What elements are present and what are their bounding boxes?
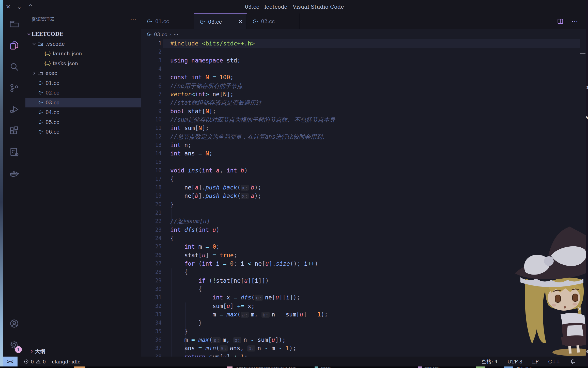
code-line: int ans = N; [170, 149, 580, 158]
tree-item-launch-json[interactable]: {…}launch.json [25, 49, 141, 59]
tab-03-cc[interactable]: 03.cc✕ [194, 13, 247, 29]
line-number: 3 [141, 56, 162, 65]
code-editor[interactable]: 1234567891011121314151617181920212223242… [141, 39, 586, 357]
activity-cpp-tools-icon[interactable] [3, 141, 25, 163]
tree-item-04-cc[interactable]: 04.cc [25, 107, 141, 117]
code-line: #include <bits/stdc++.h> [170, 39, 580, 48]
code-line: bool stat[N]; [170, 107, 580, 116]
activity-account-icon[interactable] [3, 313, 25, 334]
desktop-wallpaper-sliver [0, 0, 3, 368]
code-line [170, 65, 580, 73]
clangd-status[interactable]: clangd: idle [52, 359, 81, 364]
bell-icon[interactable] [570, 359, 576, 365]
tree-item-LEETCODE[interactable]: LEETCODE [25, 29, 141, 39]
tree-item--vscode[interactable]: .vscode [25, 39, 141, 49]
code-line: //stat数组储存该点是否被遍历过 [170, 99, 580, 107]
tree-item-exec[interactable]: exec [25, 68, 141, 78]
background-window-sliver: nae [586, 0, 588, 368]
window-title: 03.cc - leetcode - Visual Studio Code [3, 0, 586, 13]
line-number: 17 [141, 175, 162, 183]
tree-item-tasks-json[interactable]: {…}tasks.json [25, 59, 141, 69]
status-item-0[interactable]: 空格: 4 [482, 358, 498, 365]
line-number: 2 [141, 48, 162, 56]
tab-02-cc[interactable]: 02.cc [247, 13, 300, 29]
line-number: 31 [141, 293, 162, 302]
json-icon: {…} [44, 60, 51, 67]
line-number: 33 [141, 310, 162, 319]
code-line: const int N = 100; [170, 73, 580, 82]
cpp-icon [37, 100, 44, 106]
line-number: 12 [141, 133, 162, 141]
activity-folder-icon[interactable] [3, 13, 25, 35]
line-number: 24 [141, 234, 162, 243]
settings-badge: 1 [15, 346, 22, 353]
status-item-1[interactable]: UTF-8 [507, 359, 522, 364]
cpp-icon [37, 119, 44, 125]
activity-source-control-icon[interactable] [3, 77, 25, 99]
tree-item-05-cc[interactable]: 05.cc [25, 117, 141, 127]
code-line: int n; [170, 141, 580, 149]
activity-settings-icon[interactable]: 1 [3, 334, 25, 356]
tab-01-cc[interactable]: 01.cc [141, 13, 194, 29]
code-line: using namespace std; [170, 56, 580, 65]
tree-item-02-cc[interactable]: 02.cc [25, 88, 141, 98]
tab-close-icon[interactable]: ✕ [238, 19, 243, 25]
code-line [170, 209, 580, 217]
chevron-down-icon [32, 42, 37, 46]
code-line: void ins(int a, int b) [170, 166, 580, 175]
cpp-icon [37, 129, 44, 135]
activity-explorer-icon[interactable] [3, 35, 25, 56]
activity-debug-icon[interactable] [3, 99, 25, 120]
line-number-gutter: 1234567891011121314151617181920212223242… [141, 39, 165, 357]
split-editor-icon[interactable] [557, 18, 564, 25]
outline-label: 大纲 [35, 348, 45, 355]
line-number: 29 [141, 277, 162, 285]
tree-item-label: tasks.json [53, 60, 78, 67]
activity-docker-icon[interactable] [3, 163, 25, 184]
line-number: 8 [141, 99, 162, 107]
breadcrumb-file[interactable]: 03.cc [154, 31, 167, 37]
overview-ruler-cursor-mark [580, 53, 585, 54]
code-line: //sum是储存以对应节点为根的子树的节点数, 不包括节点本身 [170, 116, 580, 124]
line-number: 13 [141, 141, 162, 149]
line-number: 28 [141, 268, 162, 276]
title-bar: ✕⌄⌃ 03.cc - leetcode - Visual Studio Cod… [3, 0, 586, 13]
line-number: 7 [141, 90, 162, 99]
remote-icon: >< [7, 359, 13, 365]
json-icon: {…} [44, 51, 51, 57]
tree-item-06-cc[interactable]: 06.cc [25, 127, 141, 137]
problems-status[interactable]: 0 0 [24, 359, 46, 364]
activity-search-icon[interactable] [3, 56, 25, 77]
editor-group: 01.cc03.cc✕02.cc ⋯ 03.cc › ⋯ 12345678910… [141, 13, 586, 357]
code-line: ne[b].push_back(x:a); [170, 192, 580, 200]
line-number: 19 [141, 192, 162, 200]
line-number: 23 [141, 226, 162, 234]
activity-extensions-icon[interactable] [3, 120, 25, 141]
chevron-right-icon [32, 71, 37, 75]
status-bar: >< 0 0 clangd: idle 空格: 4UTF-8LFC++ [3, 357, 586, 366]
status-item-2[interactable]: LF [532, 359, 539, 364]
line-number: 10 [141, 116, 162, 124]
tree-item-01-cc[interactable]: 01.cc [25, 78, 141, 88]
line-number: 1 [141, 39, 162, 48]
line-number: 22 [141, 217, 162, 226]
line-number: 21 [141, 209, 162, 217]
code-line: } [170, 200, 580, 209]
line-number: 16 [141, 166, 162, 175]
status-item-3[interactable]: C++ [548, 359, 560, 364]
explorer-more-actions-icon[interactable]: ⋯ [130, 16, 137, 23]
line-number: 36 [141, 336, 162, 344]
tree-item-label: 02.cc [45, 90, 59, 96]
line-number: 4 [141, 65, 162, 73]
warning-count: 0 [43, 359, 46, 364]
breadcrumb[interactable]: 03.cc › ⋯ [141, 29, 586, 39]
editor-more-actions-icon[interactable]: ⋯ [571, 18, 579, 25]
remote-indicator[interactable]: >< [3, 357, 18, 366]
code-line: ne[a].push_back(x:b); [170, 183, 580, 192]
code-line: //总节点数定义为全局变量，在计算ans进行比较时会用到. [170, 133, 580, 141]
cpp-icon [37, 90, 44, 96]
desktop-taskbar-sliver: /home/eunene/Data/projects/boya-blog eun… [0, 366, 588, 368]
outline-section[interactable]: 大纲 [25, 346, 141, 357]
breadcrumb-more[interactable]: ⋯ [174, 31, 179, 37]
tree-item-03-cc[interactable]: 03.cc [25, 98, 141, 108]
